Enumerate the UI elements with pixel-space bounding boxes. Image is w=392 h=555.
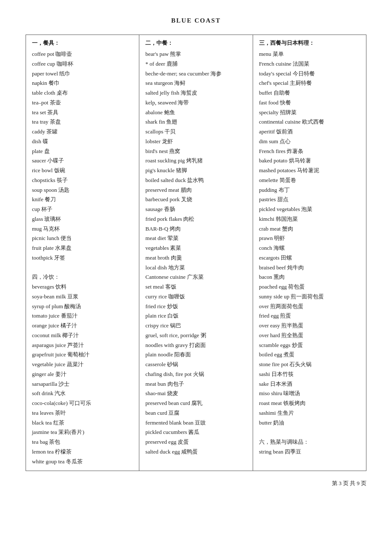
list-item: omelette 简蛋卷: [259, 176, 360, 185]
list-item: French cuisine 法国菜: [259, 59, 360, 69]
list-item: pastries 甜点: [259, 195, 360, 205]
list-item: conch 海螺: [259, 243, 360, 253]
list-item: BAR-B-Q 烤肉: [145, 224, 246, 234]
list-item: shark fin 鱼翅: [145, 117, 246, 127]
list-item: jasmine tea 茉莉(香片): [32, 428, 133, 437]
list-item: chafing dish, fire pot 火锅: [145, 370, 246, 379]
list-item: salted jelly fish 海蜇皮: [145, 88, 246, 98]
list-item: rice bowl 饭碗: [32, 166, 133, 176]
list-item: vegetable juice 蔬菜汁: [32, 360, 133, 370]
list-item: specialty 招牌菜: [259, 108, 360, 118]
list-item: curry rice 咖喱饭: [145, 292, 246, 302]
list-item: coffee pot 咖啡壶: [32, 49, 133, 59]
list-item: miso shiru 味噌汤: [259, 389, 360, 399]
column-1-header: 一，餐具：: [32, 39, 133, 47]
list-item: [32, 263, 133, 273]
list-item: over hard 煎全熟蛋: [259, 331, 360, 341]
list-item: scallops 干贝: [145, 127, 246, 137]
list-item: tea–pot 茶壶: [32, 98, 133, 108]
list-item: escargots 田螺: [259, 253, 360, 263]
list-item: over 煎两面荷包蛋: [259, 302, 360, 312]
list-item: salted duck egg 咸鸭蛋: [145, 447, 246, 457]
list-item: over easy 煎半熟蛋: [259, 321, 360, 331]
list-item: Cantonese cuisine 广东菜: [145, 272, 246, 282]
list-item: soft drink 汽水: [32, 389, 133, 399]
list-item: chopsticks 筷子: [32, 176, 133, 185]
list-item: meat diet 荤菜: [145, 234, 246, 243]
list-item: sunny side up 煎一面荷包蛋: [259, 292, 360, 302]
list-item: bird's nest 燕窝: [145, 147, 246, 156]
list-item: bacon 熏肉: [259, 272, 360, 282]
column-3: 三，西餐与日本料理：menu 菜单French cuisine 法国菜today…: [253, 35, 366, 471]
list-item: knife 餐刀: [32, 195, 133, 205]
list-item: today's special 今日特餐: [259, 69, 360, 79]
list-item: chef's special 主厨特餐: [259, 78, 360, 88]
list-item: tea set 茶具: [32, 108, 133, 118]
list-item: beverages 饮料: [32, 282, 133, 292]
list-item: sausage 香肠: [145, 205, 246, 214]
list-item: * of deer 鹿脯: [145, 59, 246, 69]
list-item: paper towel 纸巾: [32, 69, 133, 79]
list-item: 六，熟菜与调味品：: [259, 437, 360, 447]
list-item: coffee cup 咖啡杯: [32, 59, 133, 69]
list-item: butter 奶油: [259, 418, 360, 428]
list-item: roast meat 铁板烤肉: [259, 399, 360, 408]
list-item: sea sturgeon 海鲟: [145, 78, 246, 88]
list-item: mug 马克杯: [32, 224, 133, 234]
list-item: set meal 客饭: [145, 282, 246, 292]
list-item: meat broth 肉羹: [145, 253, 246, 263]
column-2-header: 二，中餐：: [145, 39, 246, 47]
list-item: syrup of plum 酸梅汤: [32, 302, 133, 312]
list-item: pudding 布丁: [259, 185, 360, 195]
list-item: toothpick 牙签: [32, 253, 133, 263]
list-item: crab meat 蟹肉: [259, 224, 360, 234]
list-item: beche-de-mer; sea cucumber 海参: [145, 69, 246, 79]
page-footer: 第 3 页 共 9 页: [26, 480, 366, 487]
list-item: coco-cola(coke) 可口可乐: [32, 399, 133, 408]
list-item: roast suckling pig 烤乳猪: [145, 156, 246, 166]
list-item: string bean 四季豆: [259, 447, 360, 457]
list-item: shao-mai 烧麦: [145, 389, 246, 399]
list-item: pig's knuckle 猪脚: [145, 166, 246, 176]
list-item: tomato juice 番茄汁: [32, 311, 133, 321]
list-item: soup spoon 汤匙: [32, 185, 133, 195]
list-item: scramble eggs 炒蛋: [259, 341, 360, 350]
list-item: tea leaves 茶叶: [32, 408, 133, 418]
list-item: picnic lunch 便当: [32, 234, 133, 243]
list-item: preserved bean curd 腐乳: [145, 399, 246, 408]
list-item: sashimi 生鱼片: [259, 408, 360, 418]
list-item: meat bun 肉包子: [145, 379, 246, 389]
list-item: crispy rice 锅巴: [145, 321, 246, 331]
list-item: table cloth 桌布: [32, 88, 133, 98]
list-item: glass 玻璃杯: [32, 214, 133, 224]
list-item: [259, 428, 360, 437]
list-item: pickled cucumbers 酱瓜: [145, 428, 246, 437]
list-item: bean curd 豆腐: [145, 408, 246, 418]
list-item: fried rice 炒饭: [145, 302, 246, 312]
list-item: cup 杯子: [32, 205, 133, 214]
list-item: buffet 自助餐: [259, 88, 360, 98]
list-item: dim sum 点心: [259, 137, 360, 147]
list-item: baked potato 烘马铃薯: [259, 156, 360, 166]
list-item: ginger ale 姜汁: [32, 370, 133, 379]
list-item: plain noodle 阳春面: [145, 350, 246, 360]
list-item: abalone 鲍鱼: [145, 108, 246, 118]
list-item: black tea 红茶: [32, 418, 133, 428]
list-item: continental cuisine 欧式西餐: [259, 117, 360, 127]
list-item: tea tray 茶盘: [32, 117, 133, 127]
list-item: mashed potatoes 马铃薯泥: [259, 166, 360, 176]
list-item: plate 盘: [32, 147, 133, 156]
list-item: boiled salted duck 盐水鸭: [145, 176, 246, 185]
list-item: kelp, seaweed 海带: [145, 98, 246, 108]
list-item: tea bag 茶包: [32, 437, 133, 447]
column-1: 一，餐具：coffee pot 咖啡壶coffee cup 咖啡杯paper t…: [26, 35, 139, 471]
list-item: sarsaparilla 沙士: [32, 379, 133, 389]
list-item: casserole 砂锅: [145, 360, 246, 370]
list-item: orange juice 橘子汁: [32, 321, 133, 331]
list-item: 四，冷饮：: [32, 272, 133, 282]
table-row: 一，餐具：coffee pot 咖啡壶coffee cup 咖啡杯paper t…: [26, 35, 366, 471]
list-item: dish 碟: [32, 137, 133, 147]
list-item: fast food 快餐: [259, 98, 360, 108]
list-item: sake 日本米酒: [259, 379, 360, 389]
list-item: fried pork flakes 肉松: [145, 214, 246, 224]
